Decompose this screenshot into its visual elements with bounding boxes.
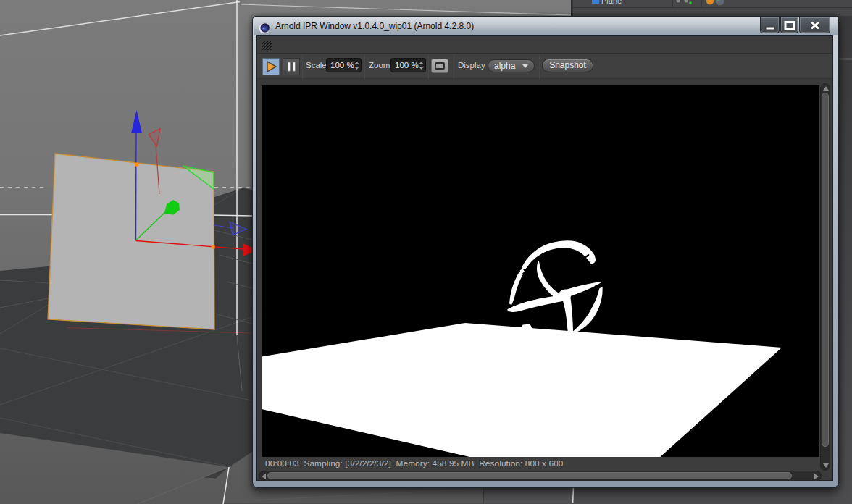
svg-text:Plane: Plane (601, 0, 622, 5)
